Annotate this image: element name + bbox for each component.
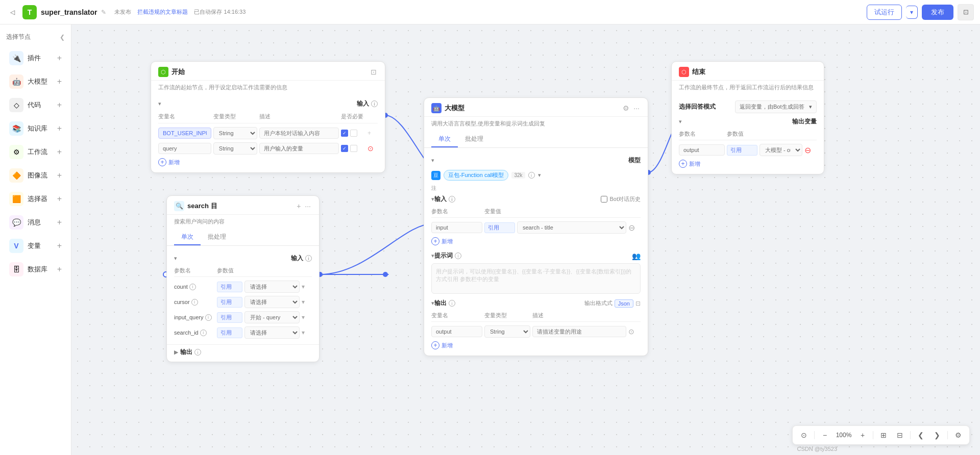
search-param-cursor-del[interactable]: ▾ xyxy=(302,298,312,306)
zoom-reset-btn[interactable]: ⊙ xyxy=(797,428,811,442)
search-param-cursor-val[interactable]: 请选择 xyxy=(244,296,300,308)
llm-input-param-name[interactable] xyxy=(431,222,482,233)
llm-model-arrow[interactable]: ▾ xyxy=(538,172,541,179)
llm-input-ref[interactable]: 引用 xyxy=(484,222,515,233)
selector-add-icon[interactable]: + xyxy=(57,194,62,204)
canvas[interactable]: ⬡ 开始 ⊡ 工作流的起始节点，用于设定启动工作流需要的信息 ▾ 输入 i 变量… xyxy=(71,24,980,455)
llm-tab-batch[interactable]: 批处理 xyxy=(458,132,491,147)
start-input-info[interactable]: i xyxy=(371,100,378,107)
db-add-icon[interactable]: + xyxy=(57,265,62,274)
llm-model-tag[interactable]: 豆包-Function call模型 xyxy=(444,170,508,181)
workflow-add-icon[interactable]: + xyxy=(57,147,62,157)
search-param-input-query-del[interactable]: ▾ xyxy=(302,314,312,321)
llm-output-info[interactable]: i xyxy=(449,300,455,307)
llm-model-info[interactable]: i xyxy=(528,172,535,179)
code-add-icon[interactable]: + xyxy=(57,100,62,110)
search-param-cursor-ref[interactable]: 引用 xyxy=(217,297,242,308)
flow-add-icon[interactable]: + xyxy=(57,171,62,180)
plugin-add-icon[interactable]: + xyxy=(57,54,62,63)
publish-button[interactable]: 发布 xyxy=(922,5,953,20)
zoom-in-btn[interactable]: + xyxy=(855,428,870,442)
sidebar-item-llm[interactable]: 🤖 大模型 + xyxy=(3,71,68,92)
start-row1-type[interactable]: String xyxy=(213,127,258,139)
settings-button[interactable]: ⊡ xyxy=(958,4,974,20)
kb-add-icon[interactable]: + xyxy=(57,124,62,133)
llm-output-row-info[interactable]: ⊙ xyxy=(628,327,641,336)
search-tab-batch[interactable]: 批处理 xyxy=(201,230,233,245)
llm-add-icon[interactable]: + xyxy=(57,77,62,86)
try-run-dropdown[interactable]: ▾ xyxy=(906,6,918,19)
search-param-search-id-del[interactable]: ▾ xyxy=(302,329,312,336)
nav-prev-btn[interactable]: ❮ xyxy=(914,428,928,442)
search-tab-single[interactable]: 单次 xyxy=(174,230,201,245)
llm-output-row-type[interactable]: String xyxy=(484,325,530,338)
start-row1-desc[interactable] xyxy=(259,128,339,139)
start-row2-desc[interactable] xyxy=(259,143,339,154)
search-param-input-query-val[interactable]: 开始 - query xyxy=(244,311,300,323)
start-row1-optional[interactable] xyxy=(350,130,357,137)
sidebar-item-selector[interactable]: 🟧 选择器 + xyxy=(3,188,68,210)
end-param-ref[interactable]: 引用 xyxy=(727,145,757,156)
sidebar-item-variable[interactable]: V 变量 + xyxy=(3,235,68,257)
search-param-count-ref[interactable]: 引用 xyxy=(217,282,242,292)
llm-input-add-btn[interactable]: + 新增 xyxy=(431,235,641,247)
end-output-collapse[interactable]: ▾ xyxy=(679,118,682,125)
start-row2-type[interactable]: String xyxy=(213,142,258,155)
grid-toggle-btn[interactable]: ⊟ xyxy=(893,428,907,442)
canvas-settings-btn[interactable]: ⚙ xyxy=(951,428,965,442)
start-row2-required[interactable]: ✓ xyxy=(341,145,348,152)
llm-action-more[interactable]: ··· xyxy=(632,103,641,113)
start-row2-name[interactable] xyxy=(158,143,211,154)
search-input-info[interactable]: i xyxy=(305,255,312,262)
llm-output-row-name[interactable] xyxy=(431,326,482,337)
sidebar-item-plugin[interactable]: 🔌 插件 + xyxy=(3,47,68,69)
search-param-count-del[interactable]: ▾ xyxy=(302,283,312,290)
sidebar-item-workflow[interactable]: ⚙ 工作流 + xyxy=(3,141,68,163)
sidebar-item-code[interactable]: ◇ 代码 + xyxy=(3,94,68,116)
start-corner-icon[interactable]: ⊡ xyxy=(370,67,378,77)
search-action-plus[interactable]: + xyxy=(296,201,302,211)
sidebar-item-db[interactable]: 🗄 数据库 + xyxy=(3,259,68,280)
end-add-btn[interactable]: + 新增 xyxy=(679,158,817,170)
search-param-search-id-ref[interactable]: 引用 xyxy=(217,327,242,338)
start-add-btn[interactable]: + 新增 xyxy=(158,156,378,168)
llm-input-info[interactable]: i xyxy=(449,196,455,203)
llm-tab-single[interactable]: 单次 xyxy=(431,132,458,147)
llm-prompt-people[interactable]: 👥 xyxy=(632,252,641,260)
search-output-info[interactable]: i xyxy=(194,349,201,356)
search-param-count-val[interactable]: 请选择 xyxy=(244,281,300,293)
start-row2-optional[interactable] xyxy=(350,145,357,152)
llm-model-collapse[interactable]: ▾ xyxy=(431,157,434,164)
sidebar-collapse-icon[interactable]: ❮ xyxy=(60,34,65,41)
variable-add-icon[interactable]: + xyxy=(57,241,62,250)
llm-bot-history-check[interactable] xyxy=(601,196,607,203)
search-output-collapse[interactable]: ▶ xyxy=(174,349,178,356)
search-param-input-query-ref[interactable]: 引用 xyxy=(217,312,242,323)
llm-prompt-area[interactable]: 用户提示词，可以使用{{变量名}}、{{变量名·子变量名}}、{{变量名[数组索… xyxy=(431,263,641,294)
llm-action-settings[interactable]: ⚙ xyxy=(622,103,630,113)
zoom-out-btn[interactable]: − xyxy=(818,428,832,442)
end-param-del[interactable]: ⊖ xyxy=(804,145,817,155)
start-row1-required[interactable]: ✓ xyxy=(341,130,348,137)
llm-input-value[interactable]: search - title xyxy=(517,221,626,234)
message-add-icon[interactable]: + xyxy=(57,218,62,227)
sidebar-item-message[interactable]: 💬 消息 + xyxy=(3,212,68,233)
llm-output-row-desc[interactable] xyxy=(532,326,626,337)
llm-output-format-icon[interactable]: ⊡ xyxy=(635,300,641,307)
back-button[interactable]: ◁ xyxy=(6,6,18,18)
nav-next-btn[interactable]: ❯ xyxy=(930,428,944,442)
end-mode-select[interactable]: 返回变量，由Bot生成回答 ▾ xyxy=(735,100,817,113)
llm-prompt-info[interactable]: i xyxy=(455,252,461,259)
sidebar-item-kb[interactable]: 📚 知识库 + xyxy=(3,118,68,139)
fit-view-btn[interactable]: ⊞ xyxy=(876,428,891,442)
llm-input-del[interactable]: ⊖ xyxy=(628,223,641,233)
try-run-button[interactable]: 试运行 xyxy=(867,5,902,20)
start-row1-name[interactable] xyxy=(158,128,211,139)
start-input-collapse[interactable]: ▾ xyxy=(158,100,161,107)
start-row2-info[interactable]: ⊙ xyxy=(368,144,378,153)
search-action-more[interactable]: ··· xyxy=(304,201,312,211)
search-input-collapse[interactable]: ▾ xyxy=(174,255,177,262)
end-param-value[interactable]: 大模型 - out... xyxy=(760,144,802,156)
end-param-name[interactable] xyxy=(679,144,725,156)
start-row1-del[interactable]: + xyxy=(368,130,378,137)
